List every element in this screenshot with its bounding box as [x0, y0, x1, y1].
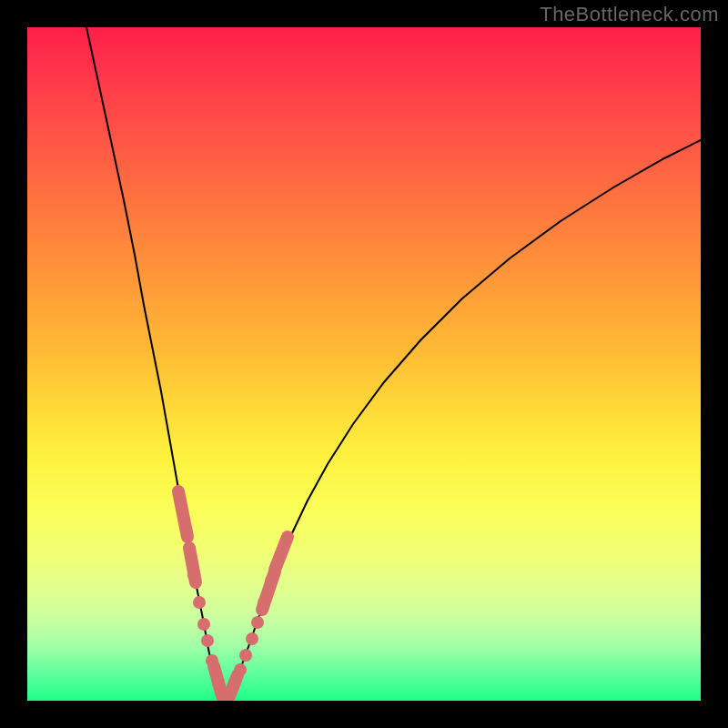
marker-dot: [258, 596, 270, 609]
chart-frame: TheBottleneck.com: [0, 0, 728, 728]
marker-cap: [178, 491, 187, 537]
marker-dot: [228, 676, 241, 689]
curve-layer: [27, 27, 701, 701]
plot-area: [27, 27, 701, 701]
marker-dot: [265, 574, 278, 587]
marker-dot: [193, 596, 206, 609]
right-curve: [226, 140, 701, 701]
marker-dot: [187, 569, 200, 581]
watermark-text: TheBottleneck.com: [540, 3, 719, 26]
marker-dot: [251, 616, 264, 629]
marker-dot: [197, 618, 210, 631]
marker-dot: [234, 663, 247, 676]
marker-cap: [275, 537, 288, 570]
marker-dot: [206, 654, 218, 667]
marker-dot: [201, 634, 214, 647]
marker-caps: [178, 491, 288, 696]
marker-dot: [246, 632, 258, 645]
marker-dot: [239, 649, 252, 662]
marker-dot: [212, 676, 225, 689]
